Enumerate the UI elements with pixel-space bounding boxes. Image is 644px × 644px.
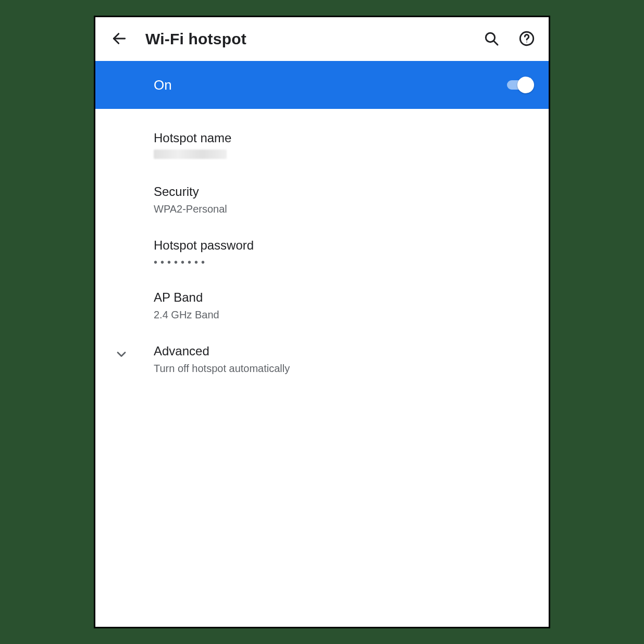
- security-value: WPA2-Personal: [154, 203, 534, 215]
- chevron-down-icon: [114, 347, 129, 364]
- ap-band-row[interactable]: AP Band 2.4 GHz Band: [95, 279, 549, 332]
- security-row[interactable]: Security WPA2-Personal: [95, 173, 549, 227]
- password-value: ••••••••: [154, 257, 534, 267]
- switch-thumb: [517, 77, 534, 93]
- page-title: Wi-Fi hotspot: [145, 30, 465, 48]
- password-row[interactable]: Hotspot password ••••••••: [95, 227, 549, 279]
- search-button[interactable]: [480, 28, 503, 51]
- arrow-back-icon: [111, 30, 128, 48]
- help-button[interactable]: [515, 28, 538, 51]
- search-icon: [483, 30, 500, 48]
- advanced-row[interactable]: Advanced Turn off hotspot automatically: [95, 332, 549, 386]
- settings-list: Hotspot name Security WPA2-Personal Hots…: [95, 109, 549, 386]
- app-bar: Wi-Fi hotspot: [95, 17, 549, 61]
- ap-band-value: 2.4 GHz Band: [154, 309, 534, 321]
- row-label: AP Band: [154, 290, 534, 305]
- back-button[interactable]: [108, 28, 131, 51]
- row-label: Hotspot name: [154, 131, 534, 145]
- hotspot-name-value: [154, 150, 534, 162]
- hotspot-master-toggle-row[interactable]: On: [95, 61, 549, 109]
- row-label: Advanced: [154, 344, 534, 358]
- advanced-value: Turn off hotspot automatically: [154, 363, 534, 375]
- settings-screen: Wi-Fi hotspot On: [95, 17, 549, 627]
- row-label: Security: [154, 184, 534, 199]
- help-icon: [518, 30, 535, 48]
- svg-line-2: [493, 41, 498, 45]
- row-label: Hotspot password: [154, 238, 534, 253]
- svg-point-4: [526, 41, 527, 42]
- toggle-label: On: [154, 77, 505, 93]
- hotspot-switch[interactable]: [505, 77, 534, 93]
- hotspot-name-row[interactable]: Hotspot name: [95, 119, 549, 173]
- redacted-value: [154, 150, 227, 159]
